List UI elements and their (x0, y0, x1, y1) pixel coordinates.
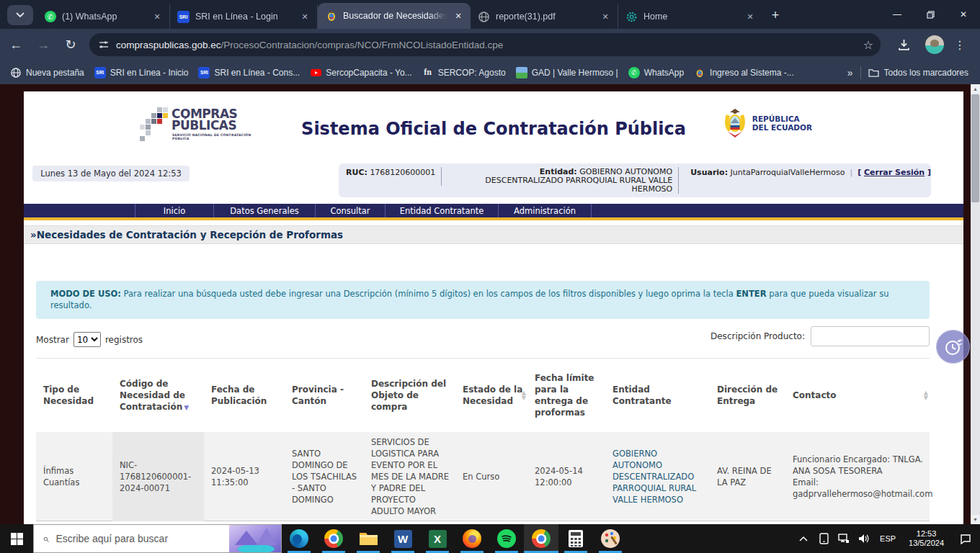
taskbar-app-chrome-active[interactable] (524, 524, 558, 553)
bookmark-todos-marcadores[interactable]: Todos los marcadores (868, 67, 968, 78)
taskbar-clock[interactable]: 12:53 13/5/2024 (909, 529, 944, 548)
descripcion-producto-input[interactable] (811, 326, 930, 346)
globe-icon (10, 67, 22, 78)
bookmark-gad-valle-hermoso[interactable]: GAD | Valle Hermoso | (516, 67, 618, 78)
col-estado-necesidad[interactable]: Estado de la Necesidad▲▼ (455, 384, 527, 407)
col-fecha-publicacion[interactable]: Fecha de Publicación (204, 384, 285, 407)
tab-close-icon[interactable]: ✕ (298, 10, 311, 23)
nav-item-administracion[interactable]: Administración (499, 206, 591, 216)
tray-expand-chevron[interactable] (795, 536, 812, 541)
republic-label: REPÚBLICADEL ECUADOR (752, 114, 812, 132)
tab-buscador-necesidades[interactable]: Buscador de Necesidades de ✕ (318, 3, 471, 29)
col-direccion-entrega[interactable]: Dirección de Entrega (710, 384, 785, 407)
tab-reporte-pdf[interactable]: reporte(31).pdf ✕ (471, 4, 618, 29)
calculator-icon (568, 529, 584, 548)
sort-icons[interactable]: ▲▼ (522, 390, 526, 400)
browser-menu-icon[interactable]: ⋮ (948, 33, 971, 56)
forward-icon[interactable]: → (32, 33, 55, 56)
windows-taskbar: ⌕ Escribe aquí para buscar W X (0, 524, 980, 553)
cell-entidad-link[interactable]: GOBIERNO AUTONOMO DESCENTRALIZADO PARROQ… (605, 444, 710, 510)
browser-toolbar: ← → ↻ compraspublicas.gob.ec/ProcesoCont… (0, 29, 980, 60)
profile-avatar[interactable] (925, 35, 944, 54)
bookmark-label: SercopCapacita - Yo... (326, 68, 411, 78)
taskbar-app-spotify[interactable] (489, 524, 524, 553)
bookmark-whatsapp[interactable]: ✆ WhatsApp (628, 67, 684, 78)
clock-date: 13/5/2024 (909, 539, 944, 547)
nav-item-entidad-contratante[interactable]: Entidad Contratante (386, 206, 498, 216)
globe-icon (478, 11, 490, 23)
bookmark-ingreso-sistema[interactable]: Ingreso al Sistema -... (694, 67, 794, 78)
nav-item-consultar[interactable]: Consultar (316, 206, 385, 216)
scroll-up-arrow[interactable]: ▲ (971, 84, 980, 94)
section-heading-bar: »Necesidades de Contratación y Recepción… (24, 225, 963, 244)
taskbar-app-explorer[interactable] (351, 524, 386, 553)
bookmark-nueva-pestana[interactable]: Nueva pestaña (10, 67, 84, 78)
bookmark-sri-inicio[interactable]: SRI SRI en Línea - Inicio (94, 67, 189, 78)
contacto-email: gadprvallehermoso@hotmail.com (793, 488, 924, 500)
sri-icon: SRI (94, 67, 106, 78)
taskbar-app-paint[interactable] (593, 524, 628, 553)
tab-search-chevron[interactable] (7, 5, 33, 25)
taskbar-app-chrome[interactable] (316, 524, 351, 553)
scroll-down-arrow[interactable]: ▼ (971, 515, 980, 524)
taskbar-app-calculator[interactable] (558, 524, 593, 553)
bookmark-star-icon[interactable]: ☆ (863, 38, 873, 52)
col-provincia-canton[interactable]: Provincia - Cantón (285, 384, 364, 407)
maximize-button[interactable] (914, 0, 947, 29)
taskbar-app-word[interactable]: W (386, 524, 420, 553)
scrollbar-thumb[interactable] (971, 94, 979, 202)
close-button[interactable]: ✕ (947, 0, 980, 29)
taskbar-app-firefox[interactable] (455, 524, 489, 553)
tab-home[interactable]: Home ✕ (618, 4, 762, 29)
bookmark-label: GAD | Valle Hermoso | (532, 68, 618, 78)
tab-close-icon[interactable]: ✕ (151, 10, 164, 23)
tab-title: Home (643, 12, 739, 22)
entidad-field: Entidad: GOBIERNO AUTONOMO DESCENTRALIZA… (468, 163, 672, 197)
start-button[interactable] (0, 524, 33, 553)
bookmark-sercopcapacita[interactable]: SercopCapacita - Yo... (310, 67, 411, 78)
bookmark-sercop-agosto[interactable]: fn SERCOP: Agosto (422, 67, 506, 78)
tab-whatsapp[interactable]: ✆ (1) WhatsApp ✕ (37, 4, 170, 29)
address-bar[interactable]: compraspublicas.gob.ec/ProcesoContrataci… (89, 33, 881, 56)
volume-icon[interactable] (855, 534, 873, 544)
language-indicator[interactable]: ESP (880, 534, 896, 543)
gear-icon (625, 11, 638, 23)
your-phone-icon[interactable] (815, 533, 832, 544)
reload-icon[interactable]: ↻ (59, 33, 82, 56)
logout-link[interactable]: [ Cerrar Sesión ] (858, 168, 931, 177)
col-contacto[interactable]: Contacto▲▼ (785, 390, 930, 401)
col-tipo-necesidad[interactable]: Tipo de Necesidad (36, 384, 112, 407)
cell-estado: En Curso (455, 467, 527, 487)
tab-close-icon[interactable]: ✕ (452, 9, 465, 22)
page-size-select[interactable]: 10 (74, 332, 101, 347)
nav-item-datos-generales[interactable]: Datos Generales (214, 206, 315, 216)
downloads-icon[interactable] (892, 33, 915, 56)
taskbar-search-box[interactable]: ⌕ Escribe aquí para buscar (33, 524, 282, 553)
sort-icons[interactable]: ▲▼ (924, 390, 928, 400)
time-tracker-widget[interactable] (936, 330, 970, 364)
action-center-icon[interactable] (951, 534, 980, 544)
tab-close-icon[interactable]: ✕ (599, 10, 612, 23)
bookmark-sri-consultas[interactable]: SRI SRI en Línea - Cons... (198, 67, 300, 78)
sort-desc-icon[interactable]: ▼ (184, 404, 189, 411)
ruc-field: RUC: 1768120600001 (339, 163, 435, 197)
new-tab-button[interactable]: + (765, 5, 785, 25)
taskbar-app-edge[interactable] (282, 524, 316, 553)
url-text: compraspublicas.gob.ec/ProcesoContrataci… (116, 40, 858, 50)
back-icon[interactable]: ← (4, 33, 27, 56)
tab-sri-login[interactable]: SRI SRI en Línea - Login ✕ (170, 4, 318, 29)
bookmarks-overflow-chevron[interactable]: » (847, 67, 853, 78)
col-codigo-necesidad[interactable]: Código de Necesidad de Contratación▼ (112, 378, 204, 413)
windows-logo-icon (11, 533, 23, 545)
tab-close-icon[interactable]: ✕ (744, 10, 757, 23)
col-descripcion-objeto[interactable]: Descripción del Objeto de compra (364, 378, 455, 413)
nav-item-inicio[interactable]: Inicio (135, 206, 213, 216)
taskbar-app-excel[interactable]: X (420, 524, 455, 553)
network-icon[interactable] (835, 534, 852, 544)
minimize-button[interactable]: — (881, 0, 914, 29)
page-scrollbar[interactable]: ▲ ▼ (971, 84, 980, 524)
col-fecha-limite[interactable]: Fecha límite para la entrega de proforma… (527, 372, 605, 418)
site-settings-icon[interactable] (98, 39, 110, 50)
descripcion-producto-label: Descripción Producto: (710, 331, 805, 341)
col-entidad-contratante[interactable]: Entidad Contratante (605, 384, 710, 407)
